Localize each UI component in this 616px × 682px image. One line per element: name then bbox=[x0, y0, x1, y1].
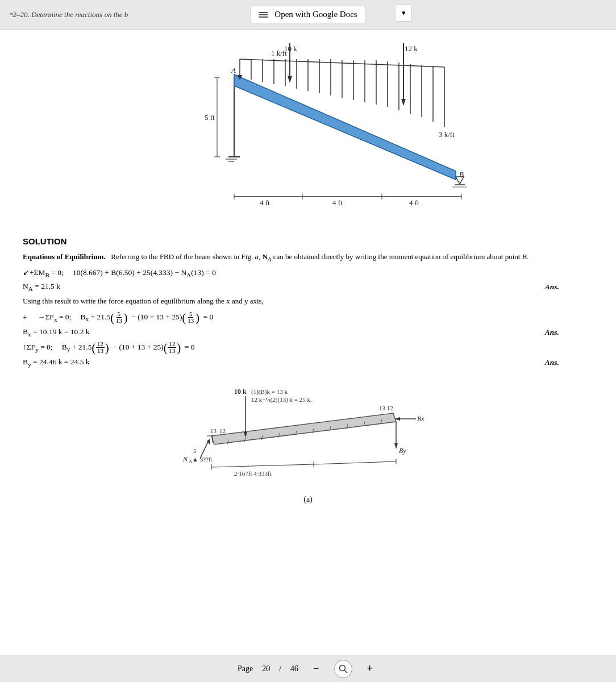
using-result-text: Using this result to write the force equ… bbox=[23, 295, 593, 307]
dim-5ft-label: 5 ft bbox=[205, 113, 215, 122]
svg-line-64 bbox=[211, 464, 314, 467]
chevron-down-icon: ▾ bbox=[402, 9, 406, 17]
moment-eq-label: ↙+ΣMB = 0; bbox=[23, 268, 69, 278]
bx-result-row: Bx = 10.19 k = 10.2 k Ans. bbox=[23, 327, 593, 338]
fbd-na-label: N bbox=[182, 455, 188, 463]
fbd-5-label: 5 bbox=[193, 447, 197, 454]
fig-a-text: (a) bbox=[303, 495, 313, 504]
na-result-row: NA = 21.5 k Ans. bbox=[23, 282, 593, 292]
ans2: Ans. bbox=[545, 328, 593, 337]
fy-equation-row: ↑ΣFy = 0; By + 21.5(1213) − (10 + 13 + 2… bbox=[23, 341, 593, 354]
main-content: A bbox=[0, 30, 616, 682]
plus-sign: + bbox=[23, 313, 34, 322]
fbd-bx-label: Bx bbox=[417, 415, 424, 423]
by-result-row: By = 24.46 k = 24.5 k Ans. bbox=[23, 357, 593, 368]
bottom-fbd-section: 13 12 5 N A ▲ 3??ft 13 12 Bx By bbox=[23, 379, 593, 504]
fbd-calc2-label: 12 k+½(2)(13) k = 25 k. bbox=[251, 396, 312, 404]
moment-equation-row: ↙+ΣMB = 0; 10(8.667) + B(6.50) + 25(4.33… bbox=[23, 268, 593, 278]
svg-line-70 bbox=[344, 670, 347, 673]
zoom-in-button[interactable]: + bbox=[361, 660, 379, 677]
by-label: By = 24.46 k = 24.5 k bbox=[23, 357, 90, 368]
fy-label: ↑ΣFy = 0; bbox=[23, 343, 59, 353]
fig-a-label: (a) bbox=[303, 495, 313, 504]
fbd-calc1-label: (1)(B)k = 13 k bbox=[251, 388, 288, 396]
bx-label: Bx = 10.19 k = 10.2 k bbox=[23, 327, 90, 338]
moment-eq-expr: 10(8.667) + B(6.50) + 25(4.333) − NA(13)… bbox=[73, 268, 216, 278]
page-total: 46 bbox=[290, 664, 298, 673]
svg-marker-26 bbox=[288, 76, 292, 83]
fbd-13-label: 13 bbox=[210, 427, 217, 434]
solution-intro: Equations of Equilibrium. Referring to t… bbox=[23, 251, 593, 264]
fx-equation-row: + →ΣFx = 0; Bx + 21.5(513) − (10 + 13 + … bbox=[23, 311, 593, 324]
solution-section: SOLUTION Equations of Equilibrium. Refer… bbox=[23, 236, 593, 368]
page-label: Page bbox=[238, 664, 253, 673]
main-diagram: A bbox=[80, 43, 593, 225]
fbd-dim-label: 2·167ft 4·333ft bbox=[234, 470, 272, 477]
page-separator: / bbox=[279, 664, 281, 673]
solution-title: SOLUTION bbox=[23, 236, 593, 246]
svg-marker-28 bbox=[401, 99, 406, 106]
fbd-na-val: ▲ 3??ft bbox=[192, 456, 213, 463]
dim-4ft-2-label: 4 ft bbox=[332, 198, 343, 207]
toolbar: *2–20. Determine the reactions on the b … bbox=[0, 0, 616, 30]
eq-title-bold: Equations of Equilibrium. bbox=[23, 252, 106, 261]
point-a-label: A bbox=[231, 66, 236, 74]
fbd-by-label: By bbox=[399, 447, 406, 455]
ans1: Ans. bbox=[545, 282, 593, 292]
fbd-13-12-label: 13 12 bbox=[379, 405, 393, 411]
dropdown-arrow-button[interactable]: ▾ bbox=[396, 5, 412, 22]
svg-marker-43 bbox=[211, 413, 396, 444]
zoom-out-button[interactable]: − bbox=[307, 660, 325, 677]
page-footer: Page 20 / 46 − + bbox=[0, 655, 616, 682]
svg-marker-63 bbox=[394, 443, 398, 449]
na-label: NA = 21.5 k bbox=[23, 282, 60, 292]
dim-4ft-3-label: 4 ft bbox=[409, 198, 419, 207]
menu-icon bbox=[259, 12, 268, 18]
ans3: Ans. bbox=[545, 358, 593, 367]
fbd-12-label: 12 bbox=[219, 427, 226, 434]
beam-diagram-svg: A bbox=[183, 43, 490, 225]
problem-label: *2–20. Determine the reactions on the b bbox=[9, 10, 128, 19]
page-current: 20 bbox=[262, 664, 270, 673]
search-icon bbox=[339, 664, 348, 673]
open-with-label: Open with Google Docs bbox=[274, 10, 357, 19]
dim-4ft-1-label: 4 ft bbox=[260, 198, 270, 207]
fbd-10k-label: 10 k bbox=[234, 388, 247, 396]
search-zoom-button[interactable] bbox=[334, 660, 352, 678]
open-with-button[interactable]: Open with Google Docs bbox=[250, 6, 365, 23]
fx-label: →ΣFx = 0; bbox=[38, 313, 77, 323]
load-3kft-label: 3 k/ft bbox=[439, 130, 455, 139]
fbd-svg: 13 12 5 N A ▲ 3??ft 13 12 Bx By bbox=[177, 379, 439, 493]
force-12k-label: 12 k bbox=[405, 44, 418, 53]
fx-expr: Bx + 21.5(513) − (10 + 13 + 25)(513) = 0 bbox=[81, 311, 214, 324]
svg-point-69 bbox=[339, 665, 345, 671]
fy-expr: By + 21.5(1213) − (10 + 13 + 25)(1213) =… bbox=[62, 341, 195, 354]
svg-line-68 bbox=[314, 461, 396, 464]
force-10k-label: 10 k bbox=[284, 44, 297, 53]
svg-marker-4 bbox=[234, 74, 456, 180]
